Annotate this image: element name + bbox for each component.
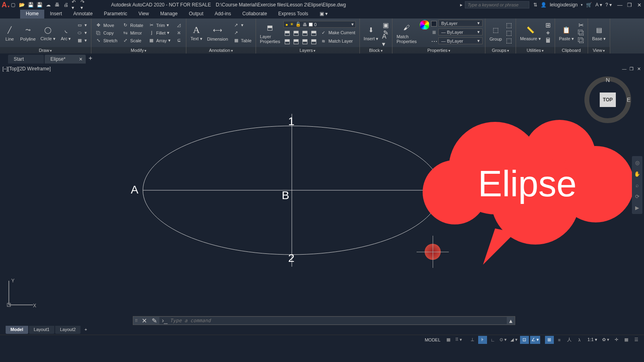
- status-ortho-icon[interactable]: ∟: [488, 336, 497, 344]
- panel-draw-title[interactable]: Draw▾: [0, 47, 91, 53]
- rectangle-button[interactable]: ▭▾: [75, 22, 89, 29]
- rotate-button[interactable]: ↻Rotate: [121, 22, 145, 29]
- panel-groups-title[interactable]: Groups▾: [485, 47, 516, 53]
- measure-button[interactable]: 📏Measure ▾: [518, 23, 543, 42]
- ungroup-icon[interactable]: ⬚: [505, 22, 513, 29]
- layout-add-button[interactable]: +: [81, 326, 90, 334]
- status-dyn-icon[interactable]: ⊦: [478, 336, 487, 344]
- layer-freeze-icon[interactable]: ⬒: [292, 29, 300, 36]
- array-button[interactable]: ▦Array ▾: [147, 37, 172, 44]
- panel-block-title[interactable]: Block▾: [360, 47, 392, 53]
- cut-icon[interactable]: ✂: [577, 22, 585, 29]
- fillet-button[interactable]: ⌋Fillet ▾: [147, 29, 172, 37]
- status-osnap-icon[interactable]: ⊡: [520, 336, 529, 344]
- user-name[interactable]: lelogixdesign: [550, 2, 578, 8]
- file-tab-current[interactable]: Elipse*✕: [45, 55, 85, 64]
- paste-button[interactable]: 📋Paste ▾: [557, 23, 576, 42]
- dimension-button[interactable]: ⟷Dimension: [206, 24, 230, 42]
- base-button[interactable]: ▤Base ▾: [590, 23, 607, 42]
- layout-tab-layout2[interactable]: Layout2: [55, 326, 80, 334]
- create-block-icon[interactable]: ▣: [382, 22, 390, 29]
- web-icon[interactable]: ☁: [45, 2, 52, 8]
- tab-featured[interactable]: ▣ ▾: [314, 10, 333, 19]
- tab-view[interactable]: View: [133, 10, 155, 19]
- status-lwt-icon[interactable]: ⊞: [545, 336, 554, 344]
- save-icon[interactable]: 💾: [27, 2, 34, 8]
- status-otrack-icon[interactable]: ∠ ▾: [530, 336, 540, 344]
- copy-button[interactable]: ⿻Copy: [94, 29, 119, 37]
- panel-properties-title[interactable]: Properties▾: [392, 47, 485, 53]
- undo-icon[interactable]: ↶ ▾: [72, 2, 78, 8]
- cmd-history-icon[interactable]: ▴: [507, 317, 515, 325]
- layer-unlock-icon[interactable]: ⬒: [301, 37, 309, 45]
- move-button[interactable]: ✥Move: [94, 22, 119, 29]
- util1-icon[interactable]: ⊞: [544, 22, 552, 29]
- cmd-handle-icon[interactable]: ⠿: [133, 319, 139, 323]
- minimize-button[interactable]: —: [617, 2, 623, 8]
- offset-button[interactable]: ⊆: [174, 37, 184, 44]
- nav-orbit-icon[interactable]: ⟳: [633, 192, 641, 200]
- text-button[interactable]: AText ▾: [189, 23, 204, 42]
- copy-base-icon[interactable]: ⿻: [577, 37, 585, 44]
- cmd-close-icon[interactable]: ✕: [139, 317, 149, 325]
- status-scale[interactable]: 1:1 ▾: [585, 337, 600, 342]
- layout-tab-model[interactable]: Model: [6, 326, 28, 334]
- layer-uniso-icon[interactable]: ⬒: [310, 37, 318, 45]
- status-qp-icon[interactable]: 人: [565, 336, 574, 344]
- mleader-button[interactable]: ↗: [231, 29, 253, 37]
- hatch-button[interactable]: ▦▾: [75, 37, 89, 44]
- linetype-combo[interactable]: — ByLayer▾: [438, 37, 483, 44]
- viewcube[interactable]: N E TOP: [584, 76, 632, 124]
- status-model[interactable]: MODEL: [422, 337, 443, 342]
- panel-modify-title[interactable]: Modify▾: [91, 47, 186, 53]
- close-tab-icon[interactable]: ✕: [79, 57, 83, 62]
- mirror-button[interactable]: ⮀Mirror: [121, 29, 145, 37]
- status-add-icon[interactable]: ✛: [612, 336, 621, 344]
- edit-attr-icon[interactable]: A ▾: [382, 37, 390, 44]
- erase-button[interactable]: ◿: [174, 22, 184, 29]
- color-wheel-icon[interactable]: [420, 20, 429, 30]
- layer-iso-icon[interactable]: ⬒: [310, 29, 318, 36]
- plot-icon[interactable]: 🖶: [54, 2, 60, 8]
- layer-lock-icon[interactable]: ⬒: [301, 29, 309, 36]
- tab-annotate[interactable]: Annotate: [68, 10, 98, 19]
- print-icon[interactable]: 🖨: [63, 2, 69, 8]
- help-icon[interactable]: ? ▾: [605, 2, 612, 8]
- explode-button[interactable]: ⤩: [174, 29, 184, 37]
- status-sc-icon[interactable]: λ: [575, 336, 584, 344]
- copy-clip-icon[interactable]: ⿻: [577, 29, 585, 37]
- redo-icon[interactable]: ↷ ▾: [80, 2, 87, 8]
- match-properties-button[interactable]: 🖌Match Properties: [395, 21, 418, 45]
- cmd-customize-icon[interactable]: ✎: [149, 317, 159, 325]
- connect-icon[interactable]: ⇅: [533, 2, 537, 8]
- new-icon[interactable]: ▢: [10, 2, 16, 8]
- tab-insert[interactable]: Insert: [44, 10, 68, 19]
- app-store-icon[interactable]: A ▾: [595, 2, 602, 8]
- group-bbox-icon[interactable]: ⬚: [505, 37, 513, 44]
- nav-pan-icon[interactable]: ✋: [633, 170, 641, 178]
- line-button[interactable]: ╱Line: [2, 24, 17, 42]
- arc-button[interactable]: ◟Arc ▾: [59, 23, 73, 42]
- user-icon[interactable]: 👤: [541, 2, 547, 8]
- layer-thaw-icon[interactable]: ⬒: [292, 37, 300, 45]
- circle-button[interactable]: ◯Circle ▾: [39, 23, 57, 42]
- layer-on-icon[interactable]: ⬒: [283, 37, 291, 45]
- layout-tab-layout1[interactable]: Layout1: [29, 326, 54, 334]
- trim-button[interactable]: ✂Trim ▾: [147, 22, 172, 29]
- file-tab-start[interactable]: Start: [8, 55, 44, 64]
- saveas-icon[interactable]: 💾: [36, 2, 43, 8]
- panel-utilities-title[interactable]: Utilities▾: [516, 47, 555, 53]
- open-icon[interactable]: 📂: [19, 2, 25, 8]
- command-input[interactable]: [170, 318, 504, 323]
- group-edit-icon[interactable]: ⬚: [505, 29, 513, 37]
- tab-home[interactable]: Home: [20, 10, 44, 19]
- util3-icon[interactable]: 🖩: [544, 37, 552, 44]
- status-polar-icon[interactable]: ⊙ ▾: [498, 336, 508, 344]
- group-button[interactable]: ⬚Group: [488, 24, 504, 42]
- search-input[interactable]: [465, 1, 529, 8]
- color-combo[interactable]: ByLayer▾: [438, 20, 483, 27]
- tab-collaborate[interactable]: Collaborate: [237, 10, 272, 19]
- tab-output[interactable]: Output: [183, 10, 209, 19]
- nav-wheel-icon[interactable]: ◎: [633, 158, 641, 167]
- status-snap-icon[interactable]: ⠿ ▾: [454, 336, 463, 344]
